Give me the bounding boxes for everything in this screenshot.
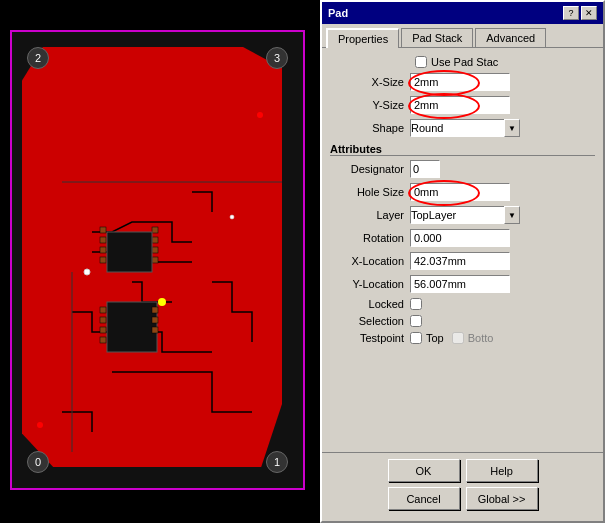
y-size-label: Y-Size <box>330 99 410 111</box>
use-pad-stack-checkbox[interactable] <box>415 56 427 68</box>
selection-checkbox[interactable] <box>410 315 422 327</box>
cancel-button[interactable]: Cancel <box>388 487 460 510</box>
use-pad-stack-label: Use Pad Stac <box>431 56 498 68</box>
svg-rect-7 <box>152 237 158 243</box>
btn-row-1: OK Help <box>330 459 595 482</box>
testpoint-botto-label: Botto <box>468 332 494 344</box>
locked-row: Locked <box>330 298 595 310</box>
attributes-header: Attributes <box>330 143 595 156</box>
testpoint-top-checkbox[interactable] <box>410 332 422 344</box>
btn-row-2: Cancel Global >> <box>330 487 595 510</box>
svg-rect-10 <box>107 232 152 272</box>
corner-label-3: 3 <box>266 47 288 69</box>
circuit-traces <box>12 32 303 488</box>
svg-rect-17 <box>152 317 158 323</box>
pad-dialog: Pad ? ✕ Properties Pad Stack Advanced Us… <box>320 0 605 523</box>
corner-label-2: 2 <box>27 47 49 69</box>
tab-content: Use Pad Stac X-Size Y-Size Shape Round ▼ <box>322 48 603 452</box>
rotation-label: Rotation <box>330 232 410 244</box>
red-dot <box>257 112 263 118</box>
tab-advanced[interactable]: Advanced <box>475 28 546 47</box>
layer-label: Layer <box>330 209 410 221</box>
rotation-input[interactable] <box>410 229 510 247</box>
tab-properties[interactable]: Properties <box>326 28 399 48</box>
ok-button[interactable]: OK <box>388 459 460 482</box>
x-size-input[interactable] <box>410 73 510 91</box>
rotation-row: Rotation <box>330 229 595 247</box>
y-size-row: Y-Size <box>330 96 595 114</box>
testpoint-row: Testpoint Top Botto <box>330 332 595 344</box>
hole-size-label: Hole Size <box>330 186 410 198</box>
y-location-label: Y-Location <box>330 278 410 290</box>
corner-label-1: 1 <box>266 451 288 473</box>
testpoint-top-label: Top <box>426 332 444 344</box>
y-location-row: Y-Location <box>330 275 595 293</box>
shape-row: Shape Round ▼ <box>330 119 595 137</box>
svg-rect-12 <box>100 307 106 313</box>
x-size-row: X-Size <box>330 73 595 91</box>
close-button[interactable]: ✕ <box>581 6 597 20</box>
layer-dropdown-wrapper: TopLayer ▼ <box>410 206 520 224</box>
pcb-canvas: 2 3 0 1 <box>10 30 305 490</box>
svg-rect-2 <box>100 227 106 233</box>
svg-point-21 <box>230 215 234 219</box>
svg-rect-18 <box>152 327 158 333</box>
svg-rect-15 <box>100 337 106 343</box>
tab-padstack[interactable]: Pad Stack <box>401 28 473 47</box>
x-location-input[interactable] <box>410 252 510 270</box>
svg-rect-11 <box>107 302 157 352</box>
svg-rect-14 <box>100 327 106 333</box>
svg-rect-3 <box>100 237 106 243</box>
dialog-titlebar: Pad ? ✕ <box>322 2 603 24</box>
locked-checkbox[interactable] <box>410 298 422 310</box>
hole-size-input[interactable] <box>410 183 510 201</box>
red-dot-2 <box>37 422 43 428</box>
testpoint-label: Testpoint <box>330 332 410 344</box>
svg-rect-9 <box>152 257 158 263</box>
shape-label: Shape <box>330 122 410 134</box>
layer-dropdown-arrow[interactable]: ▼ <box>504 206 520 224</box>
svg-point-20 <box>84 269 90 275</box>
selection-label: Selection <box>330 315 410 327</box>
y-location-input[interactable] <box>410 275 510 293</box>
shape-dropdown-arrow[interactable]: ▼ <box>504 119 520 137</box>
x-size-label: X-Size <box>330 76 410 88</box>
tab-bar: Properties Pad Stack Advanced <box>322 24 603 48</box>
use-pad-stack-row: Use Pad Stac <box>330 56 595 68</box>
y-size-input[interactable] <box>410 96 510 114</box>
help-dialog-button[interactable]: Help <box>466 459 538 482</box>
svg-rect-4 <box>100 247 106 253</box>
dialog-title: Pad <box>328 7 348 19</box>
help-button[interactable]: ? <box>563 6 579 20</box>
selection-row: Selection <box>330 315 595 327</box>
layer-row: Layer TopLayer ▼ <box>330 206 595 224</box>
svg-rect-6 <box>152 227 158 233</box>
hole-size-row: Hole Size <box>330 183 595 201</box>
svg-rect-5 <box>100 257 106 263</box>
locked-label: Locked <box>330 298 410 310</box>
svg-point-19 <box>158 298 166 306</box>
svg-rect-13 <box>100 317 106 323</box>
x-location-row: X-Location <box>330 252 595 270</box>
designator-input[interactable] <box>410 160 440 178</box>
global-button[interactable]: Global >> <box>466 487 538 510</box>
svg-rect-8 <box>152 247 158 253</box>
pcb-panel: 2 3 0 1 <box>0 0 320 523</box>
designator-label: Designator <box>330 163 410 175</box>
testpoint-botto-checkbox[interactable] <box>452 332 464 344</box>
designator-row: Designator <box>330 160 595 178</box>
x-location-label: X-Location <box>330 255 410 267</box>
shape-dropdown-wrapper: Round ▼ <box>410 119 520 137</box>
titlebar-buttons: ? ✕ <box>563 6 597 20</box>
dialog-buttons: OK Help Cancel Global >> <box>322 452 603 521</box>
corner-label-0: 0 <box>27 451 49 473</box>
svg-rect-16 <box>152 307 158 313</box>
